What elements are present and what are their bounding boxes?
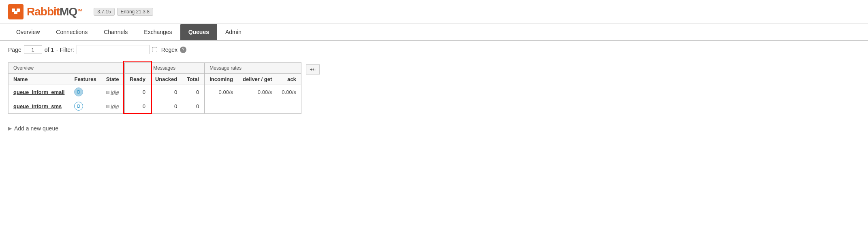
svg-rect-2: [14, 11, 17, 14]
queue-unacked: 0: [150, 85, 182, 99]
queues-table-container: +/- Overview Messages Message rates Name…: [8, 62, 301, 114]
page-label: Page: [8, 47, 21, 53]
version-badge: 3.7.15: [94, 8, 114, 16]
filter-bar: Page of 1 - Filter: Regex ?: [0, 41, 868, 58]
queue-unacked: 0: [150, 99, 182, 113]
logo-icon: [8, 4, 24, 19]
header: RabbitMQTM 3.7.15 Erlang 21.3.8: [0, 0, 868, 24]
nav-item-admin[interactable]: Admin: [217, 24, 250, 40]
state-text: idle: [111, 103, 119, 109]
queue-deliver: 0.00/s: [238, 85, 277, 99]
add-queue-section[interactable]: ▶ Add a new queue: [8, 122, 860, 135]
queue-total: 0: [182, 85, 204, 99]
page-of-label: of 1: [45, 47, 54, 53]
erlang-badge: Erlang 21.3.8: [117, 8, 153, 16]
queue-feature: D: [69, 85, 101, 99]
nav-item-overview[interactable]: Overview: [8, 24, 48, 40]
filter-dash-label: - Filter:: [56, 47, 74, 53]
help-icon[interactable]: ?: [180, 47, 186, 53]
col-incoming: incoming: [204, 74, 238, 85]
table-row[interactable]: queue_inform_emailDidle0000.00/s0.00/s0.…: [9, 85, 301, 99]
col-header-row: Name Features State Ready Unacked Total …: [9, 74, 301, 85]
queues-table: Overview Messages Message rates Name Fea…: [9, 63, 301, 113]
queue-feature: D: [69, 99, 101, 113]
col-deliver: deliver / get: [238, 74, 277, 85]
col-ack: ack: [277, 74, 301, 85]
section-rates: Message rates: [204, 63, 301, 74]
filter-input[interactable]: [77, 45, 150, 54]
queue-name[interactable]: queue_inform_email: [9, 85, 69, 99]
logo-text: RabbitMQTM: [27, 5, 81, 18]
table-row[interactable]: queue_inform_smsDidle000: [9, 99, 301, 113]
queue-ack: [277, 99, 301, 113]
col-ready: Ready: [124, 74, 150, 85]
nav-item-exchanges[interactable]: Exchanges: [136, 24, 180, 40]
table-body: queue_inform_emailDidle0000.00/s0.00/s0.…: [9, 85, 301, 113]
queue-state: idle: [101, 85, 124, 99]
queue-ready: 0: [124, 85, 150, 99]
queue-incoming: 0.00/s: [204, 85, 238, 99]
col-state: State: [101, 74, 124, 85]
logo: RabbitMQTM: [8, 4, 81, 19]
col-unacked: Unacked: [150, 74, 182, 85]
regex-label: Regex: [161, 47, 177, 53]
nav: Overview Connections Channels Exchanges …: [0, 24, 868, 41]
main-content: +/- Overview Messages Message rates Name…: [0, 58, 868, 139]
triangle-icon: ▶: [8, 126, 12, 131]
col-features: Features: [69, 74, 101, 85]
queue-state: idle: [101, 99, 124, 113]
rabbitmq-icon: [11, 7, 21, 17]
state-dot: [106, 91, 109, 94]
nav-item-connections[interactable]: Connections: [48, 24, 96, 40]
logo-tm: TM: [77, 8, 81, 12]
plus-minus-button[interactable]: +/-: [306, 64, 320, 75]
nav-item-queues[interactable]: Queues: [180, 24, 217, 40]
queue-incoming: [204, 99, 238, 113]
queue-deliver: [238, 99, 277, 113]
col-total: Total: [182, 74, 204, 85]
section-messages: Messages: [124, 63, 204, 74]
queue-name[interactable]: queue_inform_sms: [9, 99, 69, 113]
add-queue-label: Add a new queue: [14, 125, 58, 132]
regex-checkbox[interactable]: [152, 47, 157, 52]
state-text: idle: [111, 89, 119, 95]
queue-ready: 0: [124, 99, 150, 113]
nav-item-channels[interactable]: Channels: [96, 24, 136, 40]
state-dot: [106, 105, 109, 108]
section-overview: Overview: [9, 63, 124, 74]
col-name: Name: [9, 74, 69, 85]
section-header-row: Overview Messages Message rates: [9, 63, 301, 74]
queue-ack: 0.00/s: [277, 85, 301, 99]
queue-total: 0: [182, 99, 204, 113]
page-input[interactable]: [24, 45, 42, 54]
